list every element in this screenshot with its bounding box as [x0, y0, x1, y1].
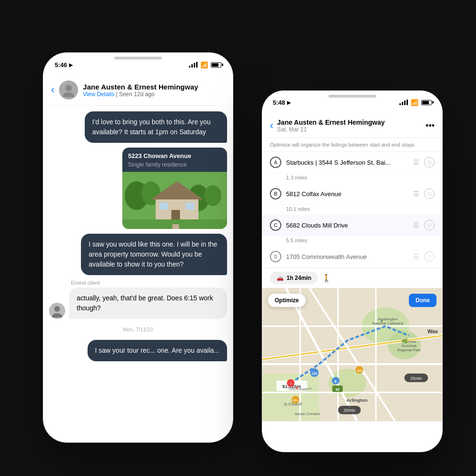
notch-pill [114, 57, 162, 60]
walk-icon[interactable]: 🚶 [322, 274, 331, 283]
remove-stop-c[interactable]: ○ [424, 220, 435, 230]
battery-icon-front [421, 100, 432, 105]
optimize-notice: Optimize will organize the listings betw… [262, 138, 442, 152]
status-time-front: 5:48 ▶ [273, 99, 291, 106]
map-label-seven-corners: Seven Corners [295, 412, 320, 416]
svg-point-14 [54, 306, 60, 312]
route-item-c: C 5682 Clouds Mill Drive ☰ ○ [262, 215, 442, 236]
route-120: 120 [312, 372, 317, 375]
status-icons-front: 📶 [399, 99, 432, 106]
map-area: $1.025m ! Washington National Cathedral … [262, 288, 442, 421]
svg-rect-11 [186, 203, 194, 209]
svg-point-6 [204, 185, 221, 206]
optimize-button[interactable]: Optimize [268, 294, 306, 307]
map-label-arlington: Arlington [347, 397, 367, 403]
remove-stop-b[interactable]: ○ [424, 188, 435, 199]
remove-stop-a[interactable]: ○ [424, 157, 435, 168]
park-icon: 🌿 [402, 338, 408, 344]
route-e: E [335, 379, 337, 384]
notch-pill-front [328, 95, 376, 98]
listing-image [122, 172, 227, 229]
travel-time: 1h 24min [287, 275, 311, 281]
message-bubble-4: actually, yeah, that'd be great. Does 6:… [69, 288, 227, 319]
chat-messages: I'd love to bring you both to this. Are … [43, 106, 233, 433]
map-label-was: Was [427, 328, 438, 334]
sender-label: Ernest client [71, 280, 100, 286]
svg-point-0 [65, 85, 72, 91]
date-divider: Mon, 7/11/22 [123, 327, 153, 332]
map-svg: $1.025m ! Washington National Cathedral … [262, 288, 442, 421]
front-phone: 5:48 ▶ 📶 ‹ Jane Austen & Ernest Hemingw [262, 90, 443, 452]
miles-after-b: 10.1 miles [262, 205, 442, 215]
scene: 5:46 ▶ 📶 ‹ Ja [24, 24, 452, 452]
map-label-vhc: VHC Health™ [288, 387, 312, 391]
route-title: Jane Austen & Ernest Hemingway [277, 119, 385, 126]
wifi-icon: 📶 [200, 61, 208, 69]
svg-text:!: ! [290, 382, 291, 386]
route-item-a: A Starbucks | 3544 S Jefferson St, Bai..… [262, 152, 442, 173]
stop-badge-b: B [270, 188, 281, 199]
battery-icon [211, 62, 221, 68]
travel-bar: 🚗 1h 24min 🚶 [262, 268, 442, 288]
avatar-back [59, 80, 78, 99]
chat-header-info: Jane Austen & Ernest Hemingway View Deta… [83, 83, 198, 98]
view-details-link[interactable]: View Details [83, 91, 114, 98]
back-button[interactable]: ‹ [51, 84, 54, 96]
svg-point-15 [52, 313, 62, 317]
stop-name-b: 5812 Colfax Avenue [286, 190, 408, 198]
travel-time-button[interactable]: 🚗 1h 24min [270, 272, 318, 284]
stop-name-a: Starbucks | 3544 S Jefferson St, Bai... [286, 159, 408, 166]
signal-icon [189, 62, 198, 68]
stop-name-c: 5682 Clouds Mill Drive [286, 222, 408, 229]
done-button[interactable]: Done [409, 294, 436, 307]
route-309: 309 [357, 369, 362, 372]
drag-handle-a[interactable]: ☰ [413, 159, 419, 166]
time-badge-25: 25min [410, 376, 422, 381]
route-title-group: Jane Austen & Ernest Hemingway Sat, Mar … [277, 119, 385, 133]
stop-badge-d: D [270, 251, 281, 262]
route-694: 694 [293, 399, 298, 402]
time-badge-20: 20min [344, 408, 355, 413]
route-header-top: ‹ Jane Austen & Ernest Hemingway Sat, Ma… [270, 119, 435, 133]
house-illustration [122, 172, 227, 229]
route-back-button[interactable]: ‹ [270, 119, 273, 132]
route-date: Sat, Mar 11 [277, 126, 385, 133]
miles-after-c: 5.5 miles [262, 236, 442, 246]
status-bar-back: 5:46 ▶ 📶 [43, 53, 233, 77]
map-label-vhc-pin: 📍 [294, 387, 299, 391]
more-options-button[interactable]: ••• [426, 121, 435, 131]
svg-rect-13 [172, 224, 179, 229]
remove-stop-d[interactable]: ○ [424, 251, 435, 262]
avatar-ernest [49, 303, 65, 319]
miles-after-a: 1.3 miles [262, 173, 442, 183]
stop-name-d: 1705 Commonwealth Avenue [286, 253, 408, 260]
svg-rect-10 [159, 203, 168, 209]
listing-subtitle: Single family residence [122, 161, 227, 172]
message-bubble-3: I saw you would like this one. I will be… [81, 234, 227, 275]
location-icon: ▶ [69, 62, 73, 68]
status-time-back: 5:46 ▶ [55, 61, 73, 69]
location-icon-front: ▶ [287, 100, 291, 105]
map-label-church: Is Church [284, 402, 302, 407]
svg-text:Regional Park: Regional Park [397, 348, 421, 352]
route-item-d: D 1705 Commonwealth Avenue ☰ ○ [262, 246, 442, 268]
route-item-b: B 5812 Colfax Avenue ☰ ○ [262, 183, 442, 205]
status-icons-back: 📶 [189, 61, 221, 69]
signal-icon-front [399, 99, 408, 105]
route-header-left: ‹ Jane Austen & Ernest Hemingway Sat, Ma… [270, 119, 385, 133]
svg-text:National Cathedral: National Cathedral [372, 321, 404, 326]
route-list: A Starbucks | 3544 S Jefferson St, Bai..… [262, 152, 442, 268]
message-bubble-1: I'd love to bring you both to this. Are … [85, 111, 227, 143]
drag-handle-b[interactable]: ☰ [413, 190, 419, 198]
listing-card: 5223 Chowan Avenue Single family residen… [122, 148, 227, 229]
church-icon: ✝ [380, 319, 384, 324]
route-66: 66 [336, 388, 339, 391]
drag-handle-d[interactable]: ☰ [413, 253, 419, 260]
message-bubble-4-row: actually, yeah, that'd be great. Does 6:… [49, 288, 227, 319]
listing-title: 5223 Chowan Avenue [122, 148, 227, 161]
svg-point-1 [63, 92, 74, 97]
wifi-icon-front: 📶 [411, 99, 418, 106]
car-icon: 🚗 [277, 275, 284, 281]
chat-header-back: ‹ Jane Austen & Ernest Hemingway View De… [43, 77, 233, 106]
drag-handle-c[interactable]: ☰ [413, 221, 419, 229]
